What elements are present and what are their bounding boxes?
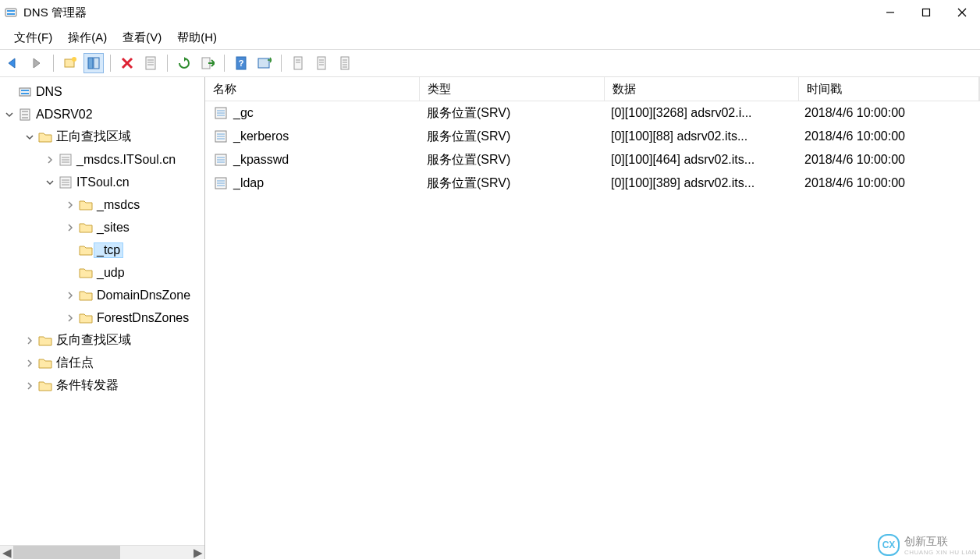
- maximize-button[interactable]: [908, 0, 944, 25]
- column-header-data[interactable]: 数据: [605, 77, 799, 101]
- tree-msdcs-itsoul[interactable]: _msdcs.ITSoul.cn: [0, 148, 204, 171]
- list-row[interactable]: _kerberos服务位置(SRV)[0][100][88] adsrv02.i…: [205, 125, 980, 148]
- chevron-down-icon[interactable]: [23, 131, 36, 143]
- menu-help[interactable]: 帮助(H): [169, 29, 225, 47]
- chevron-down-icon[interactable]: [44, 176, 56, 189]
- tree-label-server: ADSRV02: [36, 108, 93, 122]
- tree-label-msdcs: _msdcs: [97, 198, 140, 212]
- tree-label-tcp: _tcp: [94, 242, 123, 258]
- zone-icon: [58, 152, 73, 168]
- list-pane: 名称 类型 数据 时间戳 _gc服务位置(SRV)[0][100][3268] …: [205, 77, 980, 559]
- cell-type: 服务位置(SRV): [419, 129, 603, 145]
- list-header: 名称 类型 数据 时间戳: [205, 77, 980, 101]
- cell-name: _kerberos: [233, 129, 289, 143]
- record-icon: [213, 105, 229, 121]
- close-button[interactable]: [944, 0, 980, 25]
- scroll-left-icon[interactable]: ◀: [0, 546, 13, 559]
- chevron-right-icon[interactable]: [64, 199, 76, 211]
- cell-timestamp: 2018/4/6 10:00:00: [797, 153, 980, 167]
- chevron-right-icon[interactable]: [64, 312, 76, 324]
- show-hide-button[interactable]: [83, 53, 104, 73]
- navigation-tree[interactable]: DNS ADSRV02 正向查找区域 _msd: [0, 77, 204, 545]
- toolbar-sep-1: [53, 55, 54, 72]
- svg-rect-24: [318, 57, 325, 69]
- chevron-right-icon[interactable]: [23, 380, 36, 392]
- toolbar-sep-3: [167, 55, 168, 72]
- record-icon: [213, 152, 229, 168]
- chevron-right-icon[interactable]: [23, 334, 36, 347]
- minimize-button[interactable]: [872, 0, 908, 25]
- tree-label-forward: 正向查找区域: [56, 129, 131, 145]
- blank-icon: [64, 244, 76, 257]
- cell-data: [0][100][464] adsrv02.its...: [603, 153, 797, 167]
- cell-data: [0][100][389] adsrv02.its...: [603, 176, 797, 190]
- tree-root-dns[interactable]: DNS: [0, 80, 204, 103]
- cell-timestamp: 2018/4/6 10:00:00: [797, 106, 980, 120]
- chevron-right-icon[interactable]: [44, 154, 56, 166]
- svg-rect-0: [5, 9, 16, 16]
- tree-trust-points[interactable]: 信任点: [0, 352, 204, 374]
- chevron-right-icon[interactable]: [23, 357, 36, 370]
- column-header-name[interactable]: 名称: [205, 77, 420, 101]
- new-window-button[interactable]: [254, 53, 275, 73]
- tree-forward-zones[interactable]: 正向查找区域: [0, 126, 204, 148]
- svg-rect-21: [294, 57, 302, 69]
- tree-itsoul[interactable]: ITSoul.cn: [0, 171, 204, 193]
- scroll-track[interactable]: [13, 546, 191, 559]
- tree-forestdnszones[interactable]: ForestDnsZones: [0, 306, 204, 329]
- export-button[interactable]: [197, 53, 218, 73]
- info-button-1[interactable]: [288, 53, 308, 73]
- toolbar-sep-2: [110, 55, 111, 72]
- tree-msdcs[interactable]: _msdcs: [0, 193, 204, 216]
- list-row[interactable]: _kpasswd服务位置(SRV)[0][100][464] adsrv02.i…: [205, 148, 980, 172]
- tree-horizontal-scrollbar[interactable]: ◀ ▶: [0, 545, 204, 559]
- watermark-sub: CHUANG XIN HU LIAN: [904, 549, 977, 556]
- scroll-thumb[interactable]: [13, 546, 120, 559]
- tree-pane: DNS ADSRV02 正向查找区域 _msd: [0, 77, 205, 559]
- zone-icon: [58, 175, 73, 190]
- chevron-down-icon[interactable]: [3, 108, 16, 121]
- toolbar-sep-4: [224, 55, 225, 72]
- delete-button[interactable]: [117, 53, 137, 73]
- folder-icon: [37, 129, 53, 145]
- list-body[interactable]: _gc服务位置(SRV)[0][100][3268] adsrv02.i...2…: [205, 101, 980, 559]
- tree-server[interactable]: ADSRV02: [0, 103, 204, 126]
- tree-sites[interactable]: _sites: [0, 216, 204, 239]
- info-button-2[interactable]: [311, 53, 332, 73]
- scroll-right-icon[interactable]: ▶: [191, 546, 204, 559]
- svg-rect-20: [258, 58, 269, 68]
- tree-reverse-zones[interactable]: 反向查找区域: [0, 329, 204, 352]
- forward-button[interactable]: [27, 53, 47, 73]
- svg-rect-28: [341, 57, 349, 69]
- chevron-right-icon[interactable]: [64, 221, 76, 234]
- help-button[interactable]: ?: [231, 53, 251, 73]
- refresh-button[interactable]: [174, 53, 194, 73]
- menu-file[interactable]: 文件(F): [6, 29, 60, 47]
- folder-icon: [78, 310, 94, 326]
- menu-view[interactable]: 查看(V): [115, 29, 169, 47]
- svg-rect-10: [94, 58, 99, 69]
- folder-icon: [78, 220, 94, 235]
- blank-icon: [64, 267, 76, 279]
- cell-timestamp: 2018/4/6 10:00:00: [797, 129, 980, 143]
- back-button[interactable]: [3, 53, 23, 73]
- toolbar-sep-5: [281, 55, 282, 72]
- menu-action[interactable]: 操作(A): [60, 29, 115, 47]
- column-header-timestamp[interactable]: 时间戳: [799, 77, 979, 101]
- svg-rect-9: [88, 58, 93, 69]
- blank-icon: [3, 86, 16, 98]
- tree-tcp[interactable]: _tcp: [0, 239, 204, 261]
- folder-icon: [78, 288, 94, 303]
- properties-button[interactable]: [140, 53, 161, 73]
- tree-conditional-forwarders[interactable]: 条件转发器: [0, 374, 204, 397]
- tree-domdnszones[interactable]: DomainDnsZone: [0, 284, 204, 306]
- tree-label-domdnszones: DomainDnsZone: [97, 288, 190, 302]
- chevron-right-icon[interactable]: [64, 289, 76, 302]
- column-header-type[interactable]: 类型: [420, 77, 605, 101]
- tree-udp[interactable]: _udp: [0, 261, 204, 284]
- list-row[interactable]: _gc服务位置(SRV)[0][100][3268] adsrv02.i...2…: [205, 101, 980, 125]
- info-button-3[interactable]: [335, 53, 355, 73]
- tree-label-itsoul: ITSoul.cn: [76, 175, 130, 189]
- list-row[interactable]: _ldap服务位置(SRV)[0][100][389] adsrv02.its.…: [205, 172, 980, 195]
- new-item-button[interactable]: [60, 53, 80, 73]
